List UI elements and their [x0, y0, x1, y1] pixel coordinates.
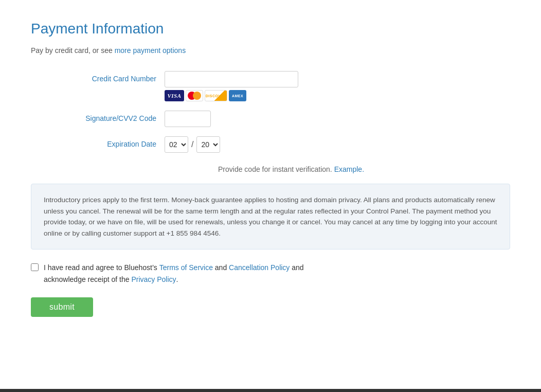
cvv-input[interactable] [165, 111, 211, 127]
cancellation-policy-link[interactable]: Cancellation Policy [229, 263, 290, 272]
verification-text: Provide code for instant verification. [218, 165, 332, 173]
submit-button[interactable]: submit [31, 297, 93, 317]
visa-icon: VISA [165, 90, 184, 101]
cvv-label: Signature/CVV2 Code [62, 111, 165, 122]
card-icons: VISA DISCOVER AMEX [165, 90, 298, 101]
tos-link[interactable]: Terms of Service [159, 263, 213, 272]
expiry-row: Expiration Date 010203040506070809101112… [62, 136, 510, 153]
discover-icon: DISCOVER [205, 90, 227, 101]
subtitle: Pay by credit card, or see more payment … [31, 46, 510, 55]
mastercard-icon [186, 90, 203, 101]
agreement-suffix: acknowledge receipt of the [44, 275, 131, 283]
agreement-checkbox[interactable] [31, 263, 39, 271]
amex-icon: AMEX [229, 90, 246, 101]
agreement-prefix: I have read and agree to Bluehost’s [44, 263, 159, 272]
expiry-month-select[interactable]: 010203040506070809101112 [165, 136, 188, 153]
agreement-period: . [176, 275, 178, 283]
expiry-wrapper: 010203040506070809101112 / 2021222324252… [165, 136, 220, 153]
example-link[interactable]: Example. [334, 165, 364, 173]
credit-card-label: Credit Card Number [62, 71, 165, 83]
verification-note: Provide code for instant verification. E… [31, 165, 510, 173]
info-box: Introductory prices apply to the first t… [31, 184, 510, 250]
subtitle-prefix: Pay by credit card, or see [31, 46, 115, 55]
more-payment-options-link[interactable]: more payment options [115, 46, 186, 55]
credit-card-input[interactable] [165, 71, 298, 87]
agreement-row: I have read and agree to Bluehost’s Term… [31, 262, 510, 285]
privacy-policy-link[interactable]: Privacy Policy [131, 275, 176, 283]
expiry-year-select[interactable]: 2021222324252627282930 [196, 136, 220, 153]
page-title: Payment Information [31, 21, 510, 37]
credit-card-row: Credit Card Number VISA DISCOVER AMEX [62, 71, 510, 101]
cvv-input-wrapper [165, 111, 211, 127]
cvv-row: Signature/CVV2 Code [62, 111, 510, 127]
payment-form: Credit Card Number VISA DISCOVER AMEX [62, 71, 510, 153]
expiry-label: Expiration Date [62, 136, 165, 148]
agreement-and2: and [290, 263, 303, 272]
agreement-and1: and [213, 263, 229, 272]
credit-card-input-wrapper: VISA DISCOVER AMEX [165, 71, 298, 101]
agreement-text: I have read and agree to Bluehost’s Term… [44, 262, 304, 285]
expiry-separator: / [190, 140, 194, 149]
info-box-text: Introductory prices apply to the first t… [44, 194, 497, 239]
